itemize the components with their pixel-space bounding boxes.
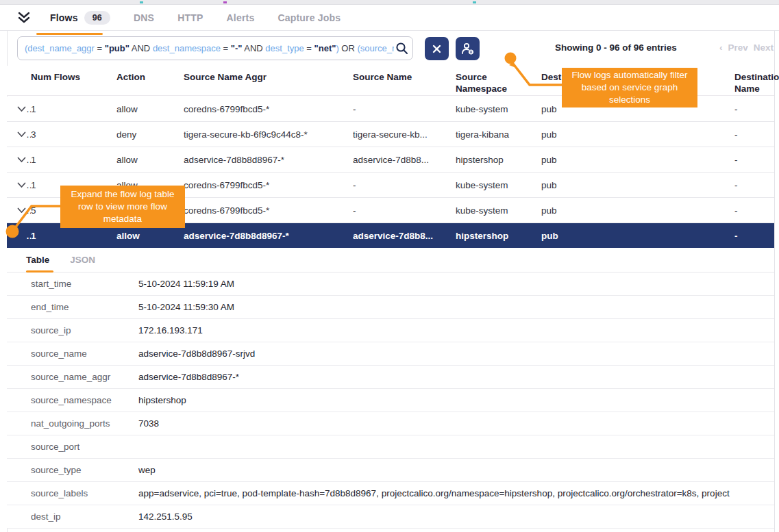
- cell-action: allow: [116, 104, 184, 114]
- row-detail-fields: start_time 5-10-2024 11:59:19 AM end_tim…: [7, 273, 774, 529]
- cell-dest-name-aggr: pub: [541, 155, 734, 165]
- detail-field-key: start_time: [7, 279, 138, 289]
- column-header-source-name[interactable]: Source Name: [353, 71, 456, 95]
- prev-chevron-icon[interactable]: ‹: [719, 42, 723, 53]
- top-strip-artifact: [473, 1, 476, 3]
- cell-source-namespace: kube-system: [456, 180, 541, 190]
- pagination: ‹ Prev Next ›: [719, 42, 779, 53]
- detail-field-key: source_namespace: [7, 395, 138, 405]
- detail-field-key: source_type: [7, 465, 138, 475]
- collapse-panel-double-chevron-icon[interactable]: [17, 12, 31, 24]
- tab-dns[interactable]: DNS: [134, 12, 154, 23]
- cell-source-namespace: kube-system: [456, 205, 541, 216]
- detail-field-value: hipstershop: [138, 395, 774, 405]
- column-header-source-name-aggr[interactable]: Source Name Aggr: [184, 71, 353, 95]
- detail-field-value: app=adservice, pci=true, pod-template-ha…: [138, 488, 774, 498]
- cell-action: deny: [116, 129, 184, 140]
- detail-field-row: source_ip 172.16.193.171: [7, 319, 774, 342]
- detail-field-row: dest_ip 142.251.5.95: [7, 505, 774, 529]
- cell-source-name-aggr: adservice-7d8b8d8967-*: [184, 155, 353, 165]
- cell-source-namespace: kube-system: [456, 104, 541, 114]
- tab-flows[interactable]: Flows 96: [50, 11, 110, 25]
- detail-field-key: dest_ip: [7, 511, 138, 522]
- detail-tab-json[interactable]: JSON: [70, 255, 95, 265]
- next-button[interactable]: Next: [754, 42, 774, 53]
- cell-dest-name-aggr: pub: [541, 231, 734, 241]
- detail-field-key: source_port: [7, 442, 138, 452]
- tab-flows-label: Flows: [50, 12, 78, 23]
- cell-action: allow: [116, 231, 184, 241]
- detail-field-key: source_name: [7, 349, 138, 359]
- cell-source-name: -: [353, 104, 456, 114]
- flow-table-row[interactable]: 3 deny tigera-secure-kb-6f9c9c44c8-* tig…: [7, 122, 774, 147]
- detail-field-key: nat_outgoing_ports: [7, 418, 138, 429]
- cell-destination-name: -: [734, 129, 774, 140]
- row-detail-tab-bar: Table JSON: [7, 248, 774, 273]
- cell-source-name: adservice-7d8b8...: [353, 231, 456, 241]
- detail-field-value: 5-10-2024 11:59:30 AM: [138, 302, 774, 312]
- prev-button[interactable]: Prev: [728, 42, 748, 53]
- tab-http[interactable]: HTTP: [177, 12, 203, 23]
- detail-field-row: source_namespace hipstershop: [7, 389, 774, 412]
- column-header-num-flows[interactable]: Num Flows: [31, 71, 116, 95]
- cell-action: allow: [116, 155, 184, 165]
- close-icon: [432, 45, 441, 53]
- cell-destination-name: -: [734, 231, 774, 241]
- cell-num-flows: 1: [31, 104, 116, 114]
- detail-field-row: source_name adservice-7d8b8d8967-srjvd: [7, 342, 774, 366]
- row-expand-chevron-icon[interactable]: [7, 131, 26, 138]
- top-strip-artifact: [223, 1, 227, 3]
- detail-field-value: adservice-7d8b8d8967-*: [138, 372, 774, 382]
- filter-query-input[interactable]: (dest_name_aggr = "pub" AND dest_namespa…: [17, 36, 413, 60]
- cell-source-name: -: [353, 180, 456, 190]
- detail-field-value: wep: [138, 465, 774, 475]
- detail-field-row: source_labels app=adservice, pci=true, p…: [7, 482, 774, 505]
- detail-field-row: end_time 5-10-2024 11:59:30 AM: [7, 296, 774, 319]
- row-expand-chevron-icon[interactable]: [7, 182, 26, 188]
- cell-dest-name-aggr: pub: [541, 180, 734, 190]
- row-expand-chevron-icon[interactable]: [7, 207, 26, 214]
- tab-capture-jobs[interactable]: Capture Jobs: [277, 12, 341, 23]
- flow-logs-panel: Flows 96 DNS HTTP Alerts Capture Jobs (d…: [0, 0, 779, 532]
- cell-source-name: tigera-secure-kb...: [353, 129, 456, 140]
- column-header-action[interactable]: Action: [116, 71, 184, 95]
- detail-field-row: nat_outgoing_ports 7038: [7, 412, 774, 435]
- cell-source-namespace: hipstershop: [456, 231, 541, 241]
- detail-field-row: source_port: [7, 435, 774, 459]
- cell-source-name-aggr: coredns-6799fbcd5-*: [184, 205, 353, 216]
- detail-field-key: source_labels: [7, 488, 138, 498]
- detail-field-row: start_time 5-10-2024 11:59:19 AM: [7, 273, 774, 296]
- column-header-source-namespace[interactable]: Source Namespace: [456, 71, 541, 95]
- detail-field-key: source_ip: [7, 325, 138, 335]
- log-type-tab-bar: Flows 96 DNS HTTP Alerts Capture Jobs: [0, 5, 779, 31]
- user-gear-icon: [460, 42, 475, 55]
- cell-dest-name-aggr: pub: [541, 129, 734, 140]
- active-tab-underline: [36, 33, 103, 35]
- header-chevron-spacer: [7, 71, 31, 95]
- user-settings-button[interactable]: [456, 37, 480, 60]
- column-header-destination-name[interactable]: Destination Name: [734, 71, 779, 95]
- detail-field-value: 142.251.5.95: [138, 511, 774, 522]
- filter-query: (dest_name_aggr = "pub" AND dest_namespa…: [25, 43, 394, 53]
- detail-field-value: 7038: [138, 418, 774, 429]
- results-summary: Showing 0 - 96 of 96 entries: [555, 42, 677, 53]
- detail-field-key: end_time: [7, 302, 138, 312]
- cell-num-flows: 1: [31, 155, 116, 165]
- detail-field-value: 5-10-2024 11:59:19 AM: [138, 279, 774, 289]
- row-expand-chevron-icon[interactable]: [7, 157, 26, 163]
- clear-filter-button[interactable]: [425, 37, 449, 60]
- tab-alerts[interactable]: Alerts: [227, 12, 255, 23]
- flows-count-badge: 96: [84, 11, 110, 25]
- detail-field-row: source_type wep: [7, 459, 774, 482]
- cell-source-name-aggr: adservice-7d8b8d8967-*: [184, 231, 353, 241]
- detail-tab-table[interactable]: Table: [26, 255, 49, 265]
- search-icon[interactable]: [395, 42, 408, 55]
- cell-source-name-aggr: coredns-6799fbcd5-*: [184, 180, 353, 190]
- cell-destination-name: -: [734, 180, 774, 190]
- cell-source-namespace: tigera-kibana: [456, 129, 541, 140]
- detail-field-row: source_name_aggr adservice-7d8b8d8967-*: [7, 366, 774, 389]
- flow-table-row[interactable]: 1 allow adservice-7d8b8d8967-* adservice…: [7, 147, 774, 173]
- row-expand-chevron-icon[interactable]: [7, 106, 26, 112]
- top-strip-artifact: [140, 1, 143, 3]
- cell-destination-name: -: [734, 205, 774, 216]
